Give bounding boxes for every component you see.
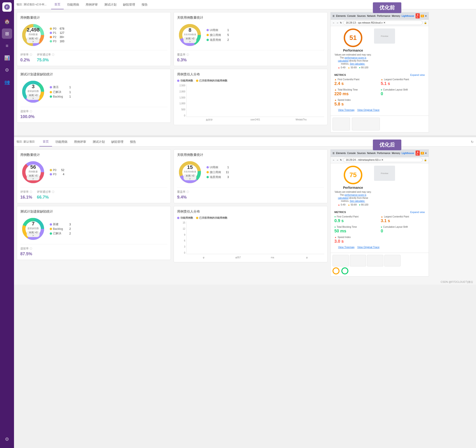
- tab-before-func[interactable]: 功能用病: [64, 0, 82, 9]
- use-case-inner-after: 56 用例数量 本周: +5 > P052 P34: [20, 159, 167, 185]
- refresh-icon-after[interactable]: ↻: [471, 140, 474, 144]
- lh-forward-icon-after[interactable]: →: [336, 159, 339, 161]
- tab-after-report[interactable]: 报告: [127, 137, 139, 147]
- use-case-title-after: 用例数量统计: [20, 153, 167, 157]
- lh-mini-preview-before: Preview: [374, 28, 395, 44]
- sidebar-item-chart[interactable]: 📊: [2, 53, 12, 63]
- defect-legend-before: 激活1 已解决1 Backlog1: [50, 85, 71, 98]
- related-sublabel-after: 关联用例数量: [184, 170, 197, 173]
- tab-before-plan[interactable]: 测试计划: [101, 0, 120, 9]
- related-case-inner-before: 8 关联用例数量 本周: +0 > UI用例1 接口用例5 场景用例2: [177, 22, 324, 48]
- review-rate-label-after: 评审率 ⓘ: [20, 190, 32, 194]
- tab-after-defect[interactable]: 缺陷管理: [108, 137, 127, 147]
- expand-view-before[interactable]: Expand view: [410, 74, 425, 76]
- lh-back-icon-after[interactable]: ←: [333, 159, 335, 161]
- use-case-sublabel-before: 用例数量: [27, 33, 40, 36]
- defect-card-before: 测试计划遗留缺陷统计 3 遗留缺陷数: [17, 69, 171, 123]
- use-case-legend-before: P0678 P1127 P239+ P3183: [50, 27, 64, 43]
- footer: CSDN @FIT2CLOUD飞致云: [14, 279, 476, 285]
- tab-bar-after: 项目: 默认项目 首页 功能用病 用例评审 测试计划 缺陷管理 报告 ↻: [14, 137, 476, 147]
- defect-card-after: 测试计划遗留缺陷统计 7 遗留缺陷数: [17, 206, 171, 260]
- use-case-week-after[interactable]: 本周: +5 >: [27, 174, 40, 180]
- lh-desc-before: Values are estimated and may vary. The p…: [334, 53, 372, 65]
- left-panel-after: 用例数量统计 56 用例数量 本周: +5 >: [17, 149, 171, 277]
- expand-view-after[interactable]: Expand view: [410, 211, 425, 214]
- lh-url-after[interactable]: 16:29:24 - rtdmetasphere.fi2i.v ✕: [343, 158, 423, 162]
- sidebar-item-users[interactable]: 👥: [2, 77, 12, 87]
- tab-before-defect[interactable]: 缺陷管理: [120, 0, 138, 9]
- use-case-inner-before: 2,498 用例数量 本周: +0 > P0678 P1127 P239+ P3…: [20, 22, 167, 48]
- related-case-title-after: 关联用例数量统计: [177, 153, 324, 157]
- defect-legend-after: 新建3 Backlog2 已解决2: [50, 222, 71, 235]
- sidebar: F 🏠 ⊞ ≡ 📊 ⚙ 👥 ⚙: [0, 0, 14, 448]
- use-case-num-before: 2,498: [27, 27, 40, 33]
- lh-reload-icon-before[interactable]: ↻: [340, 22, 342, 24]
- defect-donut-before: 3 遗留缺陷数 本周: +0 >: [20, 79, 46, 105]
- related-donut-after: 15 关联用例数量 本周: +0 >: [177, 159, 203, 185]
- tab-bar-before: 项目: 测试项目-v2.6-M... 首页 功能用病 用例评审 测试计划 缺陷管…: [14, 0, 476, 9]
- defect-title-before: 测试计划遗留缺陷统计: [20, 72, 167, 77]
- coverage-val-after: 9.4%: [177, 195, 189, 200]
- sidebar-item-list[interactable]: ≡: [2, 41, 12, 51]
- user-dist-title-before: 用例责任人分布: [177, 72, 324, 77]
- lh-reload-icon-after[interactable]: ↻: [340, 159, 342, 161]
- residual-val-before: 100.0%: [20, 114, 34, 119]
- app-logo[interactable]: F: [2, 2, 12, 12]
- sidebar-item-home[interactable]: 🏠: [2, 16, 12, 27]
- sidebar-item-settings[interactable]: ⚙: [2, 434, 12, 444]
- user-dist-card-after: 用例责任人分布 功能用例数 已关联用例的功能用例数 15129630: [174, 206, 328, 262]
- residual-val-after: 87.5%: [20, 251, 32, 256]
- lh-forward-icon-before[interactable]: →: [336, 22, 339, 24]
- tab-before-report[interactable]: 报告: [138, 0, 151, 9]
- watermark: CSDN @FIT2CLOUD飞致云: [441, 280, 473, 283]
- lh-metrics-section-before: METRICS Expand view ▲ First Contentful P…: [331, 71, 429, 115]
- sidebar-item-grid[interactable]: ⊞: [2, 28, 12, 39]
- tab-after-home[interactable]: 首页: [40, 137, 52, 147]
- lh-mini-preview-after: Preview: [374, 166, 395, 181]
- section-before: 优化前 项目: 测试项目-v2.6-M... 首页 功能用病 用例评审 测试计划…: [14, 0, 476, 135]
- coverage-val-before: 0.3%: [177, 58, 189, 62]
- review-rate-val-after: 16.1%: [20, 195, 32, 200]
- main-content: 优化前 项目: 测试项目-v2.6-M... 首页 功能用病 用例评审 测试计划…: [14, 0, 476, 285]
- user-dist-legend-after: 功能用例数 已关联用例的功能用例数: [177, 216, 324, 220]
- related-legend-before: UI用例1 接口用例5 场景用例2: [206, 28, 229, 42]
- related-week-after[interactable]: 本周: +0 >: [184, 174, 197, 180]
- use-case-card-before: 用例数量统计 2,498 用: [17, 12, 171, 66]
- right-panel-after: 关联用例数量统计 15 关联用例数量: [174, 149, 328, 277]
- related-sublabel-before: 关联用例数量: [184, 33, 197, 36]
- review-pass-val-after: 66.7%: [37, 195, 54, 200]
- defect-sublabel-after: 遗留缺陷数: [27, 227, 40, 230]
- related-case-inner-after: 15 关联用例数量 本周: +0 > UI用例1 接口用例11 场景用例3: [177, 159, 324, 185]
- tab-after-review[interactable]: 用例评审: [71, 137, 89, 147]
- use-case-num-after: 56: [27, 164, 40, 170]
- related-stats-row-after: 覆盖率 ⓘ 9.4%: [177, 187, 324, 200]
- lh-url-before[interactable]: 16:28:13 - qa-release.f92cloud.v ✕: [343, 21, 423, 25]
- related-week-before[interactable]: 本周: +0 >: [184, 37, 197, 43]
- tab-before-review[interactable]: 用例评审: [82, 0, 101, 9]
- lh-score-section-before: 51 Performance Values are estimated and …: [331, 26, 429, 71]
- use-case-stats-row-after: 评审率 ⓘ 16.1% 评审通过率 ⓘ 66.7%: [20, 187, 167, 200]
- use-case-week-before[interactable]: 本周: +0 >: [27, 37, 40, 43]
- bar-area-before: [187, 84, 324, 117]
- use-case-stats-row-before: 评审率 ⓘ 0.2% 评审通过率 ⓘ 75.0%: [20, 50, 167, 62]
- user-dist-title-after: 用例责任人分布: [177, 210, 324, 214]
- defect-week-after[interactable]: 本周: +0 >: [27, 231, 40, 237]
- defect-week-before[interactable]: 本周: +0 >: [27, 94, 40, 100]
- defect-stats-row-before: 遗留率 ⓘ 100.0%: [20, 107, 167, 119]
- review-pass-label-before: 评审通过率 ⓘ: [37, 53, 54, 57]
- defect-stats-row-after: 遗留率 ⓘ 87.5%: [20, 244, 167, 256]
- defect-num-before: 3: [27, 84, 40, 90]
- defect-donut-after: 7 遗留缺陷数 本周: +0 >: [20, 216, 46, 242]
- svg-text:F: F: [6, 6, 8, 9]
- tab-after-func[interactable]: 功能用病: [52, 137, 71, 147]
- related-num-after: 15: [184, 164, 197, 170]
- tab-before-home[interactable]: 首页: [51, 0, 64, 9]
- sidebar-item-tools[interactable]: ⚙: [2, 65, 12, 75]
- project-info-before: 项目: 测试项目-v2.6-M...: [16, 3, 46, 6]
- user-dist-legend-before: 功能用例数 已关联用例的功能用例数: [177, 79, 324, 82]
- tab-after-plan[interactable]: 测试计划: [89, 137, 108, 147]
- lh-back-icon-before[interactable]: ←: [333, 22, 335, 24]
- lh-bottom-before: [331, 115, 429, 132]
- related-stats-row-before: 覆盖率 ⓘ 0.3%: [177, 50, 324, 62]
- review-rate-label-before: 评审率 ⓘ: [20, 53, 32, 57]
